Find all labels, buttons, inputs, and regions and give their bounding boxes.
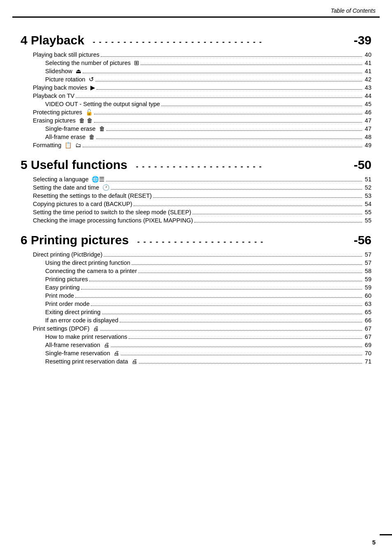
entry-text: Formatting 📋 🗂: [33, 142, 81, 149]
entry-sleep-mode: Setting the time period to switch to the…: [21, 209, 371, 216]
entry-print-order-mode: Print order mode 63: [21, 301, 371, 308]
entry-using-direct-printing: Using the direct printing function 57: [21, 259, 371, 266]
section-4-page: -39: [354, 33, 371, 47]
entry-playback-on-tv: Playback on TV 44: [21, 93, 371, 100]
entry-page: 57: [365, 259, 371, 266]
entry-page: 42: [365, 76, 371, 83]
entry-print-mode: Print mode 60: [21, 292, 371, 299]
entry-page: 69: [365, 342, 371, 348]
entry-text: Using the direct printing function: [45, 259, 130, 266]
entry-text: Direct printing (PictBridge): [33, 251, 102, 258]
entry-page: 71: [365, 358, 371, 365]
header-title: Table of Contents: [331, 7, 376, 14]
dots: [94, 81, 363, 83]
entry-text: All-frame reservation 🖨: [45, 342, 110, 348]
entry-text: VIDEO OUT - Setting the output signal ty…: [45, 101, 160, 107]
entry-page: 66: [365, 317, 371, 324]
entry-text: Copying pictures to a card (BACKUP): [33, 201, 132, 207]
dots: [95, 89, 363, 91]
entry-resetting-print-reservation: Resetting print reservation data 🖨 71: [21, 358, 371, 365]
entry-page: 54: [365, 201, 371, 207]
dots: [152, 197, 363, 199]
dots: [95, 139, 363, 141]
dots: [81, 73, 363, 75]
dots: [99, 330, 363, 332]
entry-all-frame-erase: All-frame erase 🗑 48: [21, 134, 371, 141]
entry-text: Picture rotation ↺: [45, 76, 94, 83]
dots: [130, 264, 363, 266]
dots: [74, 97, 363, 100]
entry-text: Resetting the settings to the default (R…: [33, 192, 152, 199]
entry-page: 55: [365, 209, 371, 215]
entry-text: Print mode: [45, 292, 74, 299]
section-6-heading: 6 Printing pictures - - - - - - - - - - …: [21, 233, 371, 247]
dots: [132, 206, 363, 208]
entry-text: Resetting print reservation data 🖨: [45, 358, 138, 365]
dots: [137, 273, 363, 275]
entry-connecting-camera: Connecting the camera to a printer 58: [21, 268, 371, 275]
footer-line: [380, 534, 392, 535]
entry-text: Single-frame erase 🗑: [45, 125, 105, 132]
entry-selecting-number: Selecting the number of pictures ⊞ 41: [21, 60, 371, 67]
dots: [90, 306, 363, 308]
entry-text: Playing back still pictures: [33, 51, 99, 58]
entry-page: 60: [365, 292, 371, 299]
dots: [120, 355, 363, 357]
entry-page: 67: [365, 325, 371, 332]
entry-text: Setting the date and time 🕐: [33, 184, 110, 191]
entry-page: 43: [365, 84, 371, 91]
dots: [138, 363, 363, 365]
entry-printing-pictures: Printing pictures 59: [21, 276, 371, 283]
entry-video-out: VIDEO OUT - Setting the output signal ty…: [21, 101, 371, 108]
entry-print-reservations: How to make print reservations 67: [21, 333, 371, 340]
entry-text: Print settings (DPOF) 🖨: [33, 325, 99, 332]
entry-setting-date-time: Setting the date and time 🕐 52: [21, 184, 371, 191]
section-6-page: -56: [354, 233, 371, 247]
entry-page: 63: [365, 301, 371, 307]
section-4-heading: 4 Playback - - - - - - - - - - - - - - -…: [21, 33, 371, 47]
entry-text: Protecting pictures 🔓: [33, 109, 93, 116]
entry-page: 70: [365, 350, 371, 357]
section-5-dots: - - - - - - - - - - - - - - - - - - - - …: [134, 162, 354, 171]
entry-text: Playback on TV: [33, 93, 74, 99]
entry-page: 51: [365, 176, 371, 183]
entry-single-frame-reservation: Single-frame reservation 🖨 70: [21, 350, 371, 357]
entry-page: 44: [365, 93, 371, 99]
entry-erasing-pictures: Erasing pictures 🗑 🗑 47: [21, 117, 371, 124]
dots: [102, 256, 363, 258]
page-footer: 5: [372, 539, 376, 546]
dots: [105, 181, 363, 183]
entry-print-settings-dpof: Print settings (DPOF) 🖨 67: [21, 325, 371, 332]
entry-page: 46: [365, 109, 371, 116]
entry-text: Selecting a language 🌐☰: [33, 176, 105, 183]
content: 4 Playback - - - - - - - - - - - - - - -…: [0, 18, 392, 383]
entry-page: 47: [365, 117, 371, 124]
entry-page: 59: [365, 276, 371, 282]
entry-all-frame-reservation: All-frame reservation 🖨 69: [21, 342, 371, 349]
entry-page: 45: [365, 101, 371, 107]
entry-page: 57: [365, 251, 371, 258]
entry-pixel-mapping: Checking the image processing functions …: [21, 217, 371, 224]
dots: [81, 147, 363, 149]
entry-error-code: If an error code is displayed 66: [21, 317, 371, 324]
entry-page: 53: [365, 192, 371, 199]
entry-text: How to make print reservations: [45, 333, 127, 340]
dots: [127, 338, 363, 340]
entry-easy-printing: Easy printing 59: [21, 284, 371, 291]
page-header: Table of Contents: [0, 0, 392, 16]
entry-selecting-language: Selecting a language 🌐☰ 51: [21, 176, 371, 183]
entry-page: 48: [365, 134, 371, 140]
entry-page: 47: [365, 125, 371, 132]
dots: [93, 114, 363, 116]
entry-resetting-settings: Resetting the settings to the default (R…: [21, 192, 371, 199]
entry-formatting: Formatting 📋 🗂 49: [21, 142, 371, 149]
entry-slideshow: Slideshow ⏏ 41: [21, 68, 371, 75]
dots: [139, 65, 363, 67]
entry-text: Slideshow ⏏: [45, 68, 81, 74]
entry-page: 59: [365, 284, 371, 291]
entry-text: Single-frame reservation 🖨: [45, 350, 120, 357]
entry-direct-printing: Direct printing (PictBridge) 57: [21, 251, 371, 258]
section-6-dots: - - - - - - - - - - - - - - - - - - - - …: [136, 238, 354, 246]
entry-playing-back-movies: Playing back movies ▶ 43: [21, 84, 371, 91]
entry-page: 41: [365, 68, 371, 74]
